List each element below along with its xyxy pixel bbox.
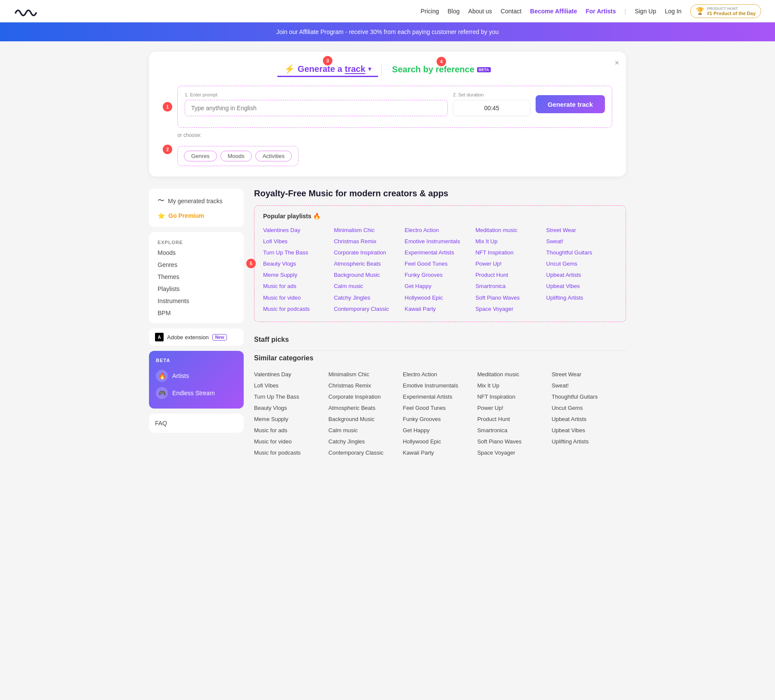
playlist-meditation-music[interactable]: Meditation music [475, 225, 546, 236]
playlist-beauty-vlogs[interactable]: Beauty Vlogs [263, 258, 334, 269]
playlist-valentines-day[interactable]: Valentines Day [263, 225, 334, 236]
playlist-smartronica[interactable]: Smartronica [475, 281, 546, 292]
playlist-funky-grooves[interactable]: Funky Grooves [405, 269, 475, 281]
playlist-kawaii-party[interactable]: Kawaii Party [405, 304, 475, 315]
playlist-street-wear[interactable]: Street Wear [546, 225, 617, 236]
sidebar-top-section: 〜 My generated tracks ⭐ Go Premium [149, 189, 244, 227]
chip-row: Genres Moods Activities [184, 151, 292, 161]
similar-col-3: Electro Action Emotive Instrumentals Exp… [403, 369, 477, 459]
similar-turn-up-bass: Turn Up The Bass [254, 391, 329, 403]
sidebar-item-genres[interactable]: Genres [152, 259, 240, 271]
nav-login[interactable]: Log In [665, 8, 682, 15]
sidebar-item-playlists[interactable]: Playlists [152, 283, 240, 295]
sidebar-faq[interactable]: FAQ [149, 414, 244, 433]
similar-lofi-vibes: Lofi Vibes [254, 380, 329, 391]
sidebar-item-moods[interactable]: Moods [152, 247, 240, 259]
playlist-calm-music[interactable]: Calm music [334, 281, 404, 292]
playlist-upbeat-vibes[interactable]: Upbeat Vibes [546, 281, 617, 292]
playlists-grid: Valentines Day Lofi Vibes Turn Up The Ba… [263, 225, 617, 315]
duration-input[interactable] [453, 100, 530, 116]
similar-christmas-remix: Christmas Remix [329, 380, 403, 391]
chip-activities[interactable]: Activities [255, 151, 292, 161]
playlist-corporate-inspiration[interactable]: Corporate Inspiration [334, 247, 404, 258]
game-icon: 🎮 [156, 387, 168, 399]
nav-about[interactable]: About us [468, 8, 492, 15]
sidebar-item-instruments[interactable]: Instruments [152, 295, 240, 307]
playlist-contemporary-classic[interactable]: Contemporary Classic [334, 304, 404, 315]
lightning-icon: ⚡ [284, 64, 295, 74]
similar-feel-good-tunes: Feel Good Tunes [403, 403, 477, 414]
playlist-experimental-artists[interactable]: Experimental Artists [405, 247, 475, 258]
sidebar-beta-artists[interactable]: 🔥 Artists [156, 367, 237, 384]
adobe-icon: A [155, 333, 164, 341]
playlist-thoughtful-guitars[interactable]: Thoughtful Guitars [546, 247, 617, 258]
similar-upbeat-vibes: Upbeat Vibes [552, 425, 626, 436]
similar-space-voyager: Space Voyager [477, 447, 552, 458]
affiliate-banner[interactable]: Join our Affiliate Program - receive 30%… [0, 22, 775, 41]
step-badge-5: 5 [246, 259, 256, 268]
playlist-music-for-ads[interactable]: Music for ads [263, 281, 334, 292]
playlist-lofi-vibes[interactable]: Lofi Vibes [263, 236, 334, 247]
sidebar-beta-endless-stream[interactable]: 🎮 Endless Stream [156, 384, 237, 402]
similar-col-5: Street Wear Sweat! Thoughtful Guitars Un… [552, 369, 626, 459]
playlist-get-happy[interactable]: Get Happy [405, 281, 475, 292]
playlist-catchy-jingles[interactable]: Catchy Jingles [334, 292, 404, 304]
playlist-uplifting-artists[interactable]: Uplifting Artists [546, 292, 617, 304]
beta-badge: BETA [477, 67, 491, 72]
ph-label: PRODUCT HUNT [707, 6, 756, 11]
generate-track-button[interactable]: Generate track [536, 95, 605, 113]
nav-affiliate[interactable]: Become Affiliate [530, 8, 577, 15]
nav-links: Pricing Blog About us Contact Become Aff… [421, 4, 761, 18]
playlist-turn-up-bass[interactable]: Turn Up The Bass [263, 247, 334, 258]
playlist-space-voyager[interactable]: Space Voyager [475, 304, 546, 315]
playlist-sweat[interactable]: Sweat! [546, 236, 617, 247]
similar-street-wear: Street Wear [552, 369, 626, 380]
endless-stream-label: Endless Stream [172, 390, 215, 396]
prompt-input[interactable] [185, 100, 448, 116]
playlist-electro-action[interactable]: Electro Action [405, 225, 475, 236]
tab-search[interactable]: Search by reference BETA [385, 63, 498, 76]
chip-genres[interactable]: Genres [184, 151, 217, 161]
sidebar-adobe[interactable]: A Adobe extension New [149, 328, 244, 346]
sidebar-item-themes[interactable]: Themes [152, 271, 240, 283]
playlist-soft-piano-waves[interactable]: Soft Piano Waves [475, 292, 546, 304]
playlist-uncut-gems[interactable]: Uncut Gems [546, 258, 617, 269]
product-hunt-badge[interactable]: 🏆 PRODUCT HUNT #1 Product of the Day [690, 4, 761, 18]
logo[interactable] [14, 5, 38, 17]
prompt-section: 1. Enter prompt [185, 92, 448, 116]
nav-artists[interactable]: For Artists [586, 8, 616, 15]
tab-generate[interactable]: ⚡ Generate a track ▾ [277, 62, 378, 77]
sidebar-item-bpm[interactable]: BPM [152, 307, 240, 319]
playlist-atmospheric-beats[interactable]: Atmospheric Beats [334, 258, 404, 269]
similar-upbeat-artists: Upbeat Artists [552, 414, 626, 425]
similar-nft-inspiration: NFT Inspiration [477, 391, 552, 403]
nav-pricing[interactable]: Pricing [421, 8, 439, 15]
similar-col-1: Valentines Day Lofi Vibes Turn Up The Ba… [254, 369, 329, 459]
playlist-minimalism-chic[interactable]: Minimalism Chic [334, 225, 404, 236]
playlist-mix-it-up[interactable]: Mix It Up [475, 236, 546, 247]
playlist-emotive-instrumentals[interactable]: Emotive Instrumentals [405, 236, 475, 247]
similar-uncut-gems: Uncut Gems [552, 403, 626, 414]
chevron-down-icon: ▾ [368, 65, 371, 72]
chip-moods[interactable]: Moods [220, 151, 252, 161]
playlist-col-2: Minimalism Chic Christmas Remix Corporat… [334, 225, 404, 315]
playlist-music-for-video[interactable]: Music for video [263, 292, 334, 304]
playlist-nft-inspiration[interactable]: NFT Inspiration [475, 247, 546, 258]
sidebar-my-tracks[interactable]: 〜 My generated tracks [152, 193, 240, 209]
nav-blog[interactable]: Blog [448, 8, 460, 15]
close-button[interactable]: × [614, 59, 619, 68]
playlist-music-for-podcasts[interactable]: Music for podcasts [263, 304, 334, 315]
playlist-power-up[interactable]: Power Up! [475, 258, 546, 269]
playlist-christmas-remix[interactable]: Christmas Remix [334, 236, 404, 247]
playlist-product-hunt[interactable]: Product Hunt [475, 269, 546, 281]
popular-label: Popular playlists 🔥 [263, 213, 617, 220]
playlist-background-music[interactable]: Background Music [334, 269, 404, 281]
nav-contact[interactable]: Contact [501, 8, 521, 15]
playlist-meme-supply[interactable]: Meme Supply [263, 269, 334, 281]
nav-signup[interactable]: Sign Up [635, 8, 656, 15]
similar-catchy-jingles: Catchy Jingles [329, 436, 403, 447]
playlist-upbeat-artists[interactable]: Upbeat Artists [546, 269, 617, 281]
playlist-feel-good-tunes[interactable]: Feel Good Tunes [405, 258, 475, 269]
sidebar-go-premium[interactable]: ⭐ Go Premium [152, 209, 240, 223]
playlist-hollywood-epic[interactable]: Hollywood Epic [405, 292, 475, 304]
